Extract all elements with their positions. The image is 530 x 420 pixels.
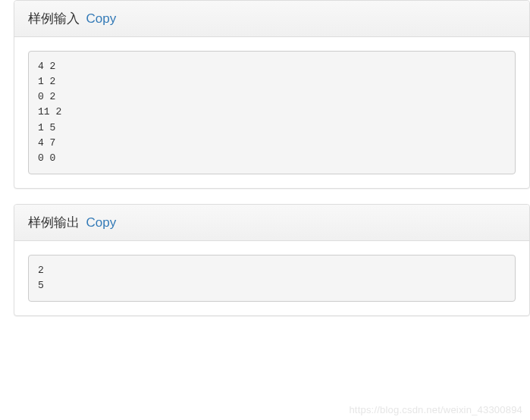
sample-input-title: 样例输入 — [28, 11, 80, 26]
sample-output-code[interactable]: 2 5 — [28, 255, 516, 302]
sample-output-body: 2 5 — [14, 241, 529, 315]
sample-output-panel: 样例输出 Copy 2 5 — [14, 204, 530, 316]
sample-output-title: 样例输出 — [28, 215, 80, 230]
sample-output-header: 样例输出 Copy — [14, 205, 529, 241]
sample-input-code[interactable]: 4 2 1 2 0 2 11 2 1 5 4 7 0 0 — [28, 51, 516, 174]
sample-input-header: 样例输入 Copy — [14, 1, 529, 37]
sample-input-body: 4 2 1 2 0 2 11 2 1 5 4 7 0 0 — [14, 37, 529, 188]
copy-button[interactable]: Copy — [86, 215, 116, 230]
watermark-text: https://blog.csdn.net/weixin_43300894 — [349, 404, 522, 415]
copy-button[interactable]: Copy — [86, 11, 116, 26]
sample-input-panel: 样例输入 Copy 4 2 1 2 0 2 11 2 1 5 4 7 0 0 — [14, 0, 530, 189]
